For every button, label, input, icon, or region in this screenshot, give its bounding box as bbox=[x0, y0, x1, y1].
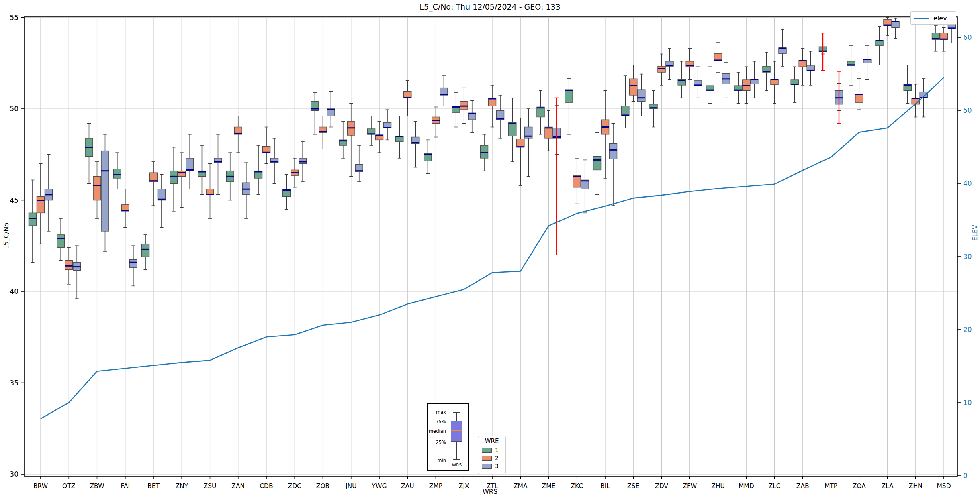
boxplot-box-wre1 bbox=[565, 90, 573, 102]
stats-label-max: max bbox=[428, 409, 446, 415]
plot-border bbox=[24, 17, 957, 476]
stats-sample-median bbox=[451, 430, 462, 431]
y-right-tick-label: 10 bbox=[963, 399, 972, 407]
wre-3-label: 3 bbox=[495, 463, 499, 469]
boxplot-box-wre1 bbox=[481, 145, 488, 158]
boxplot-box-wre3 bbox=[101, 151, 109, 231]
y-left-tick-label: 45 bbox=[10, 196, 18, 204]
boxplot-box-wre2 bbox=[517, 139, 524, 147]
boxplot-box-wre1 bbox=[29, 213, 37, 226]
wre-3-swatch bbox=[482, 464, 492, 469]
boxplot-box-wre2 bbox=[37, 196, 45, 213]
boxplot-box-wre3 bbox=[638, 90, 645, 102]
chart-title: L5_C/No: Thu 12/05/2024 - GEO: 133 bbox=[0, 2, 980, 11]
boxplot-box-wre3 bbox=[468, 113, 476, 120]
stats-sample-x-label: WRS bbox=[448, 462, 466, 467]
stats-sample-min-cap bbox=[453, 459, 460, 460]
elev-line-sample bbox=[914, 18, 929, 19]
boxplot-box-wre2 bbox=[178, 171, 186, 177]
wre-2-swatch bbox=[482, 456, 492, 461]
y-left-tick-label: 35 bbox=[10, 379, 18, 387]
boxplot-box-wre3 bbox=[129, 259, 137, 267]
boxplot-box-wre1 bbox=[57, 235, 65, 248]
legend-elev-label: elev bbox=[933, 14, 947, 22]
y-left-tick-label: 40 bbox=[10, 287, 18, 295]
stats-sample-box bbox=[451, 421, 462, 442]
legend-wre-item-1: 1 bbox=[478, 446, 505, 454]
legend-wre-item-2: 2 bbox=[478, 454, 505, 462]
boxplot-box-wre1 bbox=[509, 122, 516, 136]
boxplot-box-wre3 bbox=[299, 158, 307, 164]
y-axis-left-label: L5_C/No bbox=[2, 223, 10, 249]
boxplot-box-wre2 bbox=[93, 176, 101, 200]
stats-label-25: 25% bbox=[428, 440, 446, 445]
boxplot-box-wre1 bbox=[113, 169, 121, 178]
boxplot-box-wre3 bbox=[186, 158, 194, 171]
y-right-tick-label: 50 bbox=[963, 106, 972, 114]
x-axis-label: WRS bbox=[0, 488, 980, 495]
boxplot-box-wre1 bbox=[593, 156, 601, 170]
legend-boxplot-stats: max 75% median 25% min WRS bbox=[427, 403, 469, 471]
stats-label-min: min bbox=[428, 458, 446, 463]
boxplot-box-wre1 bbox=[142, 244, 149, 257]
legend-elev: elev bbox=[910, 11, 956, 25]
y-axis-right-label: ELEV bbox=[971, 225, 979, 241]
stats-sample-max-cap bbox=[453, 412, 460, 413]
stats-label-median: median bbox=[428, 428, 446, 434]
y-left-tick-label: 50 bbox=[10, 105, 18, 113]
boxplot-box-wre3 bbox=[158, 189, 166, 200]
y-right-tick-label: 0 bbox=[963, 472, 968, 480]
boxplot-box-wre3 bbox=[610, 143, 617, 159]
y-right-tick-label: 60 bbox=[963, 33, 972, 41]
boxplot-box-wre2 bbox=[714, 53, 722, 61]
boxplot-box-wre2 bbox=[855, 94, 863, 102]
y-left-tick-label: 30 bbox=[10, 470, 18, 478]
stats-label-75: 75% bbox=[428, 419, 446, 424]
y-right-tick-label: 20 bbox=[963, 326, 972, 334]
legend-wre: WRE 1 2 3 bbox=[478, 436, 506, 474]
legend-wre-title: WRE bbox=[478, 438, 505, 445]
figure: 3035404550550102030405060BRWOTZZBWFAIBET… bbox=[0, 0, 980, 497]
boxplot-box-wre2 bbox=[630, 79, 637, 95]
y-right-tick-label: 40 bbox=[963, 179, 972, 187]
boxplot-chart-canvas: 3035404550550102030405060BRWOTZZBWFAIBET… bbox=[0, 0, 980, 497]
wre-1-swatch bbox=[482, 448, 492, 453]
boxplot-box-wre2 bbox=[545, 127, 552, 138]
wre-1-label: 1 bbox=[495, 447, 499, 453]
y-left-tick-label: 55 bbox=[10, 14, 18, 22]
boxplot-box-wre2 bbox=[658, 66, 665, 72]
boxplot-box-wre1 bbox=[170, 171, 178, 184]
legend-wre-item-3: 3 bbox=[478, 462, 505, 470]
y-right-tick-label: 30 bbox=[963, 253, 972, 261]
wre-2-label: 2 bbox=[495, 455, 499, 461]
boxplot-box-wre2 bbox=[65, 261, 73, 270]
